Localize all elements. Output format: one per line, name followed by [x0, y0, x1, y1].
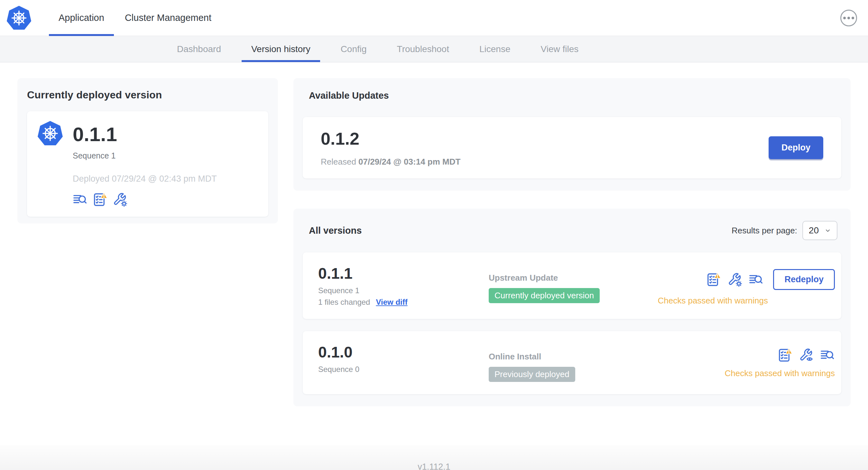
available-update-card: 0.1.2 Released 07/29/24 @ 03:14 pm MDT D…: [303, 117, 841, 178]
currently-deployed-panel: Currently deployed version 0.1.1 Sequenc…: [18, 78, 278, 224]
main-content: Currently deployed version 0.1.1 Sequenc…: [0, 62, 868, 426]
row-sequence: Sequence 0: [318, 365, 489, 374]
chevron-down-icon: [825, 227, 831, 234]
tab-application[interactable]: Application: [48, 0, 115, 36]
available-updates-panel: Available Updates 0.1.2 Released 07/29/2…: [293, 78, 850, 191]
deployed-timestamp: Deployed 07/29/24 @ 02:43 pm MDT: [73, 174, 259, 184]
header-tabs: Application Cluster Management: [48, 0, 222, 36]
available-updates-title: Available Updates: [303, 90, 841, 101]
status-badge-previously-deployed: Previously deployed: [489, 367, 575, 382]
update-version-number: 0.1.2: [321, 129, 460, 148]
more-menu-button[interactable]: [840, 10, 857, 26]
all-versions-title: All versions: [303, 225, 362, 236]
row-version-number: 0.1.0: [318, 343, 489, 361]
tab-cluster-management[interactable]: Cluster Management: [115, 0, 222, 36]
row-files-changed: 1 files changed: [318, 298, 370, 307]
preflight-status-text: Checks passed with warnings: [658, 296, 835, 306]
view-logs-icon[interactable]: [749, 272, 764, 287]
version-row-0-1-0: 0.1.0 Sequence 0 Online Install Previous…: [303, 331, 841, 394]
currently-deployed-card: 0.1.1 Sequence 1 Deployed 07/29/24 @ 02:…: [27, 111, 268, 217]
results-per-page-select[interactable]: 20: [802, 221, 837, 240]
deployed-version-number: 0.1.1: [73, 123, 117, 146]
view-logs-icon[interactable]: [73, 192, 88, 207]
row-sequence: Sequence 1: [318, 286, 489, 295]
deployed-sequence: Sequence 1: [73, 151, 259, 160]
redeploy-button[interactable]: Redeploy: [773, 269, 835, 290]
preflight-checks-warning-icon[interactable]: [93, 192, 107, 207]
console-version: v1.112.1: [417, 462, 451, 470]
subnav-config[interactable]: Config: [331, 36, 376, 62]
currently-deployed-title: Currently deployed version: [27, 89, 268, 101]
app-icon-kubernetes: [37, 120, 64, 148]
row-version-number: 0.1.1: [318, 265, 489, 282]
status-badge-currently-deployed: Currently deployed version: [489, 288, 600, 303]
update-released-timestamp: Released 07/29/24 @ 03:14 pm MDT: [321, 157, 460, 167]
deploy-button[interactable]: Deploy: [769, 136, 823, 159]
top-header: Application Cluster Management: [0, 0, 868, 36]
preflight-checks-warning-icon[interactable]: [706, 272, 721, 287]
view-logs-icon[interactable]: [820, 348, 835, 363]
preflight-checks-warning-icon[interactable]: [778, 348, 793, 363]
version-row-0-1-1: 0.1.1 Sequence 1 1 files changed View di…: [303, 253, 841, 319]
edit-config-icon[interactable]: [113, 192, 127, 207]
page-footer: v1.112.1: [0, 445, 868, 470]
subnav-troubleshoot[interactable]: Troubleshoot: [388, 36, 459, 62]
kubernetes-logo: [5, 4, 33, 32]
ellipsis-icon: [843, 17, 846, 19]
subnav-view-files[interactable]: View files: [531, 36, 588, 62]
tab-application-label: Application: [59, 12, 104, 23]
subnav-license[interactable]: License: [470, 36, 520, 62]
all-versions-panel: All versions Results per page: 20 0.1.1 …: [293, 209, 850, 406]
edit-config-icon[interactable]: [727, 272, 742, 287]
view-diff-link[interactable]: View diff: [376, 298, 407, 307]
view-config-icon[interactable]: [799, 348, 814, 363]
results-per-page-label: Results per page:: [732, 226, 797, 236]
app-subnav: Dashboard Version history Config Trouble…: [0, 36, 868, 62]
subnav-dashboard[interactable]: Dashboard: [167, 36, 231, 62]
row-source-label: Upstream Update: [489, 273, 658, 283]
row-source-label: Online Install: [489, 352, 725, 362]
tab-cluster-management-label: Cluster Management: [125, 12, 211, 23]
subnav-version-history[interactable]: Version history: [242, 36, 320, 62]
preflight-status-text: Checks passed with warnings: [725, 368, 835, 378]
